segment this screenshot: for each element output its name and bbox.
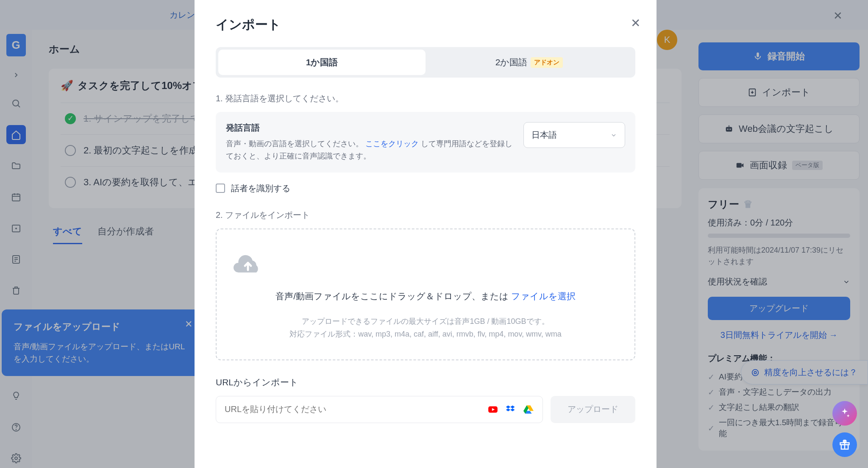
url-row: アップロード (216, 396, 635, 423)
lang-desc-text: 音声・動画の言語を選択してください。 (226, 139, 363, 148)
modal-close-icon[interactable]: ✕ (631, 16, 640, 30)
language-description: 発話言語 音声・動画の言語を選択してください。 ここをクリック して専門用語など… (226, 122, 515, 162)
tab-one-language[interactable]: 1か国語 (218, 50, 426, 75)
google-drive-icon (523, 404, 534, 415)
sparkle-icon (839, 407, 851, 419)
addon-badge: アドオン (531, 57, 563, 68)
drop-note: アップロードできるファイルの最大サイズは音声1GB / 動画10GBです。 対応… (234, 315, 618, 341)
language-tabs: 1か国語 2か国語 アドオン (216, 47, 635, 78)
url-import-label: URLからインポート (216, 376, 635, 388)
chevron-down-icon (610, 132, 617, 139)
checkbox-icon[interactable] (216, 184, 225, 193)
tab-two-languages[interactable]: 2か国語 アドオン (426, 50, 633, 75)
choose-file-link[interactable]: ファイルを選択 (511, 291, 576, 301)
upload-button[interactable]: アップロード (551, 396, 635, 423)
modal-overlay[interactable]: インポート ✕ 1か国語 2か国語 アドオン 1. 発話言語を選択してください。… (0, 0, 868, 468)
step1-label: 1. 発話言語を選択してください。 (216, 93, 635, 104)
ai-fab[interactable] (832, 401, 857, 426)
drop-text: 音声/動画ファイルをここにドラッグ＆ドロップ、または ファイルを選択 (234, 290, 618, 302)
drop-note-size: アップロードできるファイルの最大サイズは音声1GB / 動画10GBです。 (234, 315, 618, 328)
tab-label: 2か国語 (495, 56, 528, 68)
vocabulary-link[interactable]: ここをクリック (365, 139, 419, 148)
url-input[interactable] (225, 404, 487, 414)
gift-fab[interactable] (832, 432, 857, 457)
drop-text-main: 音声/動画ファイルをここにドラッグ＆ドロップ、または (275, 291, 511, 301)
language-value: 日本語 (531, 129, 557, 141)
speaker-label: 話者を識別する (231, 183, 290, 194)
language-box: 発話言語 音声・動画の言語を選択してください。 ここをクリック して専門用語など… (216, 112, 635, 173)
modal-title: インポート (216, 16, 635, 33)
speaker-checkbox-row[interactable]: 話者を識別する (216, 183, 635, 194)
import-modal: インポート ✕ 1か国語 2か国語 アドオン 1. 発話言語を選択してください。… (195, 0, 657, 468)
url-input-wrap (216, 396, 543, 423)
drop-note-formats: 対応ファイル形式：wav, mp3, m4a, caf, aiff, avi, … (234, 328, 618, 341)
language-select[interactable]: 日本語 (523, 122, 625, 148)
lang-desc: 音声・動画の言語を選択してください。 ここをクリック して専門用語などを登録して… (226, 138, 515, 162)
cloud-upload-icon (234, 251, 618, 275)
tab-label: 1か国語 (306, 56, 338, 68)
url-source-icons (487, 404, 534, 415)
youtube-icon (487, 404, 498, 415)
lang-label: 発話言語 (226, 122, 515, 134)
file-dropzone[interactable]: 音声/動画ファイルをここにドラッグ＆ドロップ、または ファイルを選択 アップロー… (216, 228, 635, 360)
step2-label: 2. ファイルをインポート (216, 209, 635, 221)
dropbox-icon (505, 404, 516, 415)
gift-icon (839, 439, 851, 451)
